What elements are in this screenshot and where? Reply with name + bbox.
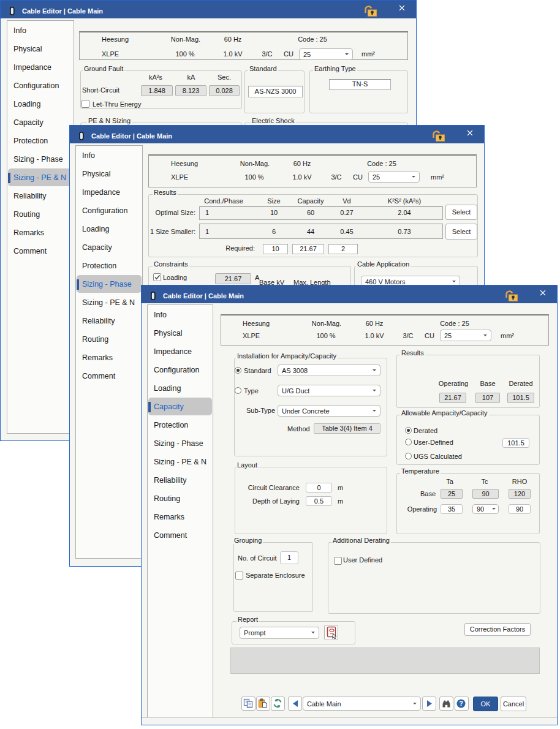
svg-text:?: ? bbox=[459, 700, 463, 707]
